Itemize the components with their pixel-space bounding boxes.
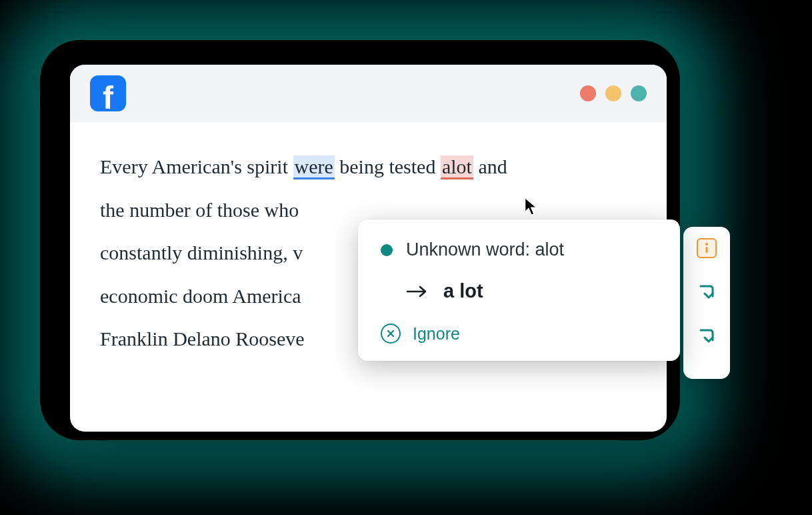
text-segment: Every American's spirit [100, 155, 293, 177]
correction-popup: Unknown word: alot a lot Ignore [358, 219, 680, 361]
status-dot-icon [381, 244, 393, 256]
ignore-button[interactable]: Ignore [381, 324, 657, 344]
mouse-cursor-icon [523, 197, 539, 217]
suggestion-button[interactable]: a lot [406, 280, 657, 302]
svg-rect-4 [706, 247, 708, 253]
next-issue-button[interactable] [695, 280, 719, 304]
arrow-turn-down-icon [697, 282, 717, 302]
popup-title: Unknown word: alot [406, 239, 564, 260]
sidebar-toolbar [683, 227, 730, 379]
maximize-dot[interactable] [631, 85, 647, 101]
close-dot[interactable] [580, 85, 596, 101]
text-segment: being tested [335, 155, 441, 177]
info-icon [697, 238, 717, 258]
facebook-icon: f [90, 75, 126, 111]
window-controls [580, 85, 647, 101]
suggestion-text: a lot [443, 280, 483, 302]
info-button[interactable] [695, 236, 719, 260]
window-titlebar: f [70, 65, 667, 122]
spelling-highlight[interactable]: alot [441, 155, 473, 179]
popup-title-row: Unknown word: alot [381, 239, 657, 260]
text-segment: and [473, 155, 507, 177]
arrow-right-icon [406, 284, 429, 300]
next-issue-button[interactable] [695, 324, 719, 348]
arrow-turn-down-icon [697, 326, 717, 346]
grammar-highlight[interactable]: were [293, 155, 335, 179]
svg-point-3 [705, 243, 708, 245]
ignore-label: Ignore [413, 324, 460, 344]
minimize-dot[interactable] [605, 85, 621, 101]
ignore-icon [381, 324, 401, 344]
